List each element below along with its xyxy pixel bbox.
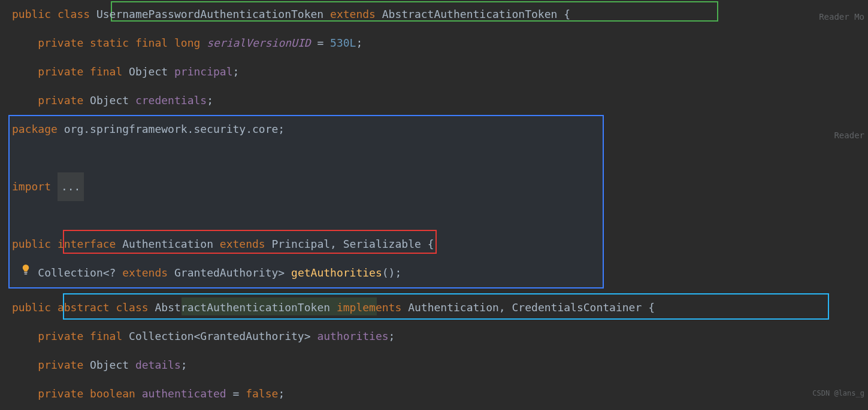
- semicolon: ;: [278, 387, 285, 400]
- code-line[interactable]: public abstract class AbstractAuthentica…: [12, 293, 655, 322]
- type-name: Object: [90, 359, 129, 371]
- type-name: Object: [129, 65, 168, 78]
- package-name: org.springframework.security.core: [64, 123, 279, 135]
- field-name: principal: [174, 65, 233, 78]
- type-name: GrantedAuthority: [174, 266, 278, 279]
- gt: >: [304, 330, 311, 342]
- code-line[interactable]: public class UsernamePasswordAuthenticat…: [12, 0, 570, 29]
- interface-name: Authentication: [408, 301, 499, 314]
- code-line[interactable]: private Object credentials;: [12, 86, 213, 115]
- keyword-extends: extends: [220, 238, 265, 250]
- keyword-interface: interface: [58, 238, 116, 250]
- keyword-long: long: [174, 37, 200, 49]
- gt: >: [278, 266, 285, 279]
- svg-rect-1: [25, 274, 27, 275]
- comma: ,: [330, 238, 337, 250]
- keyword-package: package: [12, 123, 58, 135]
- semicolon: ;: [181, 359, 187, 371]
- keyword-private: private: [38, 65, 83, 78]
- keyword-false: false: [246, 387, 278, 400]
- super-interface: Serializable: [343, 238, 421, 250]
- code-line[interactable]: import ...: [12, 172, 84, 201]
- class-name: UsernamePasswordAuthenticationToken: [96, 8, 323, 20]
- folded-imports[interactable]: ...: [58, 172, 84, 201]
- keyword-implements: implements: [337, 301, 401, 314]
- code-line[interactable]: private Object details;: [12, 351, 187, 379]
- keyword-abstract: abstract: [58, 301, 110, 314]
- code-line[interactable]: private boolean authenticated = false;: [12, 379, 285, 408]
- field-name: authenticated: [142, 387, 226, 400]
- wildcard: ?: [110, 266, 116, 279]
- keyword-public: public: [12, 301, 51, 314]
- keyword-class: class: [116, 301, 148, 314]
- class-name: AbstractAuthenticationToken: [155, 301, 330, 314]
- semicolon: ;: [207, 94, 213, 107]
- type-name: Object: [90, 94, 129, 107]
- keyword-static: static: [90, 37, 129, 49]
- code-line[interactable]: private final Object principal;: [12, 57, 239, 86]
- reader-mode-label-1: Reader Mo: [819, 2, 864, 31]
- keyword-public: public: [12, 8, 51, 20]
- reader-mode-label-2: Reader: [834, 121, 864, 150]
- svg-rect-0: [24, 272, 27, 273]
- keyword-public: public: [12, 238, 51, 250]
- type-name: GrantedAuthority: [200, 330, 304, 342]
- equals: =: [233, 387, 240, 400]
- lt: <: [103, 266, 110, 279]
- keyword-final: final: [135, 37, 168, 49]
- semicolon: ;: [233, 65, 240, 78]
- lbrace: {: [648, 301, 655, 314]
- code-line[interactable]: Collection<? extends GrantedAuthority> g…: [12, 259, 401, 287]
- method-name: getAuthorities: [291, 266, 382, 279]
- semicolon: ;: [395, 266, 401, 279]
- semicolon: ;: [356, 37, 362, 49]
- keyword-final: final: [90, 330, 122, 342]
- code-line[interactable]: public interface Authentication extends …: [12, 230, 434, 259]
- keyword-class: class: [58, 8, 90, 20]
- code-line[interactable]: private static final long serialVersionU…: [12, 29, 362, 57]
- field-name: details: [135, 359, 181, 371]
- type-name: Collection: [38, 266, 102, 279]
- number-literal: 530L: [330, 37, 356, 49]
- superclass-name: AbstractAuthenticationToken: [382, 8, 558, 20]
- keyword-private: private: [38, 94, 83, 107]
- field-name: authorities: [317, 330, 388, 342]
- lbrace: {: [564, 8, 570, 20]
- keyword-private: private: [38, 330, 83, 342]
- keyword-private: private: [38, 359, 83, 371]
- field-name: serialVersionUID: [207, 37, 310, 49]
- keyword-private: private: [38, 37, 83, 49]
- keyword-extends: extends: [330, 8, 376, 20]
- keyword-import: import: [12, 180, 51, 193]
- watermark: CSDN @lans_g: [812, 379, 864, 408]
- interface-name: Authentication: [122, 238, 213, 250]
- keyword-private: private: [38, 387, 83, 400]
- lbrace: {: [428, 238, 434, 250]
- keyword-boolean: boolean: [90, 387, 135, 400]
- super-interface: Principal: [272, 238, 331, 250]
- type-name: Collection: [129, 330, 193, 342]
- keyword-final: final: [90, 65, 122, 78]
- comma: ,: [499, 301, 506, 314]
- code-line[interactable]: private final Collection<GrantedAuthorit…: [12, 322, 395, 351]
- intention-bulb-icon[interactable]: [22, 265, 30, 275]
- rparen: ): [389, 266, 395, 279]
- lt: <: [193, 330, 200, 342]
- lparen: (: [382, 266, 389, 279]
- equals: =: [317, 37, 323, 49]
- semicolon: ;: [389, 330, 395, 342]
- field-name: credentials: [135, 94, 207, 107]
- code-line[interactable]: package org.springframework.security.cor…: [12, 115, 285, 144]
- code-editor[interactable]: Reader Mo Reader public class UsernamePa…: [0, 0, 868, 410]
- keyword-extends: extends: [122, 266, 168, 279]
- interface-name: CredentialsContainer: [512, 301, 642, 314]
- semicolon: ;: [278, 123, 285, 135]
